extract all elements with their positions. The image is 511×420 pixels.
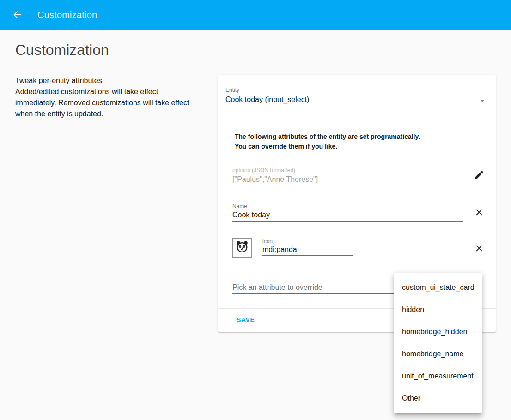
attributes-note-line-1: The following attributes of the entity a…	[235, 132, 420, 142]
intro-line-2: Added/edited customizations will take ef…	[15, 86, 200, 120]
close-icon	[474, 243, 485, 253]
save-button[interactable]: SAVE	[231, 312, 261, 327]
attributes-note: The following attributes of the entity a…	[235, 132, 420, 151]
options-label: options (JSON formatted)	[232, 167, 295, 174]
entity-select[interactable]: Cook today (input_select)	[225, 96, 309, 104]
attribute-menu: custom_ui_state_card hidden homebridge_h…	[394, 273, 482, 413]
intro-line-1: Tweak per-entity attributes.	[15, 75, 200, 86]
entity-underline	[225, 107, 489, 107]
close-icon	[474, 207, 485, 217]
edit-options-button[interactable]	[474, 169, 485, 180]
attributes-note-line-2: You can override them if you like.	[235, 142, 420, 151]
customization-page: Customization Customization Tweak per-en…	[0, 0, 511, 420]
icon-label: icon	[262, 238, 273, 245]
menu-item-unit-of-measurement[interactable]: unit_of_measurement	[394, 365, 482, 387]
remove-icon-button[interactable]	[474, 243, 485, 254]
name-input[interactable]	[232, 209, 463, 222]
intro-text: Tweak per-entity attributes. Added/edite…	[15, 75, 200, 120]
chevron-down-icon	[480, 100, 485, 102]
app-bar: Customization	[0, 0, 511, 30]
options-input	[232, 173, 463, 186]
menu-item-hidden[interactable]: hidden	[394, 299, 482, 321]
back-button[interactable]	[12, 9, 23, 20]
entity-label: Entity	[225, 87, 239, 93]
menu-item-homebridge-name[interactable]: homebridge_name	[394, 343, 482, 365]
arrow-left-icon	[12, 9, 23, 20]
app-bar-title: Customization	[37, 0, 97, 30]
name-label: Name	[232, 203, 247, 210]
menu-item-homebridge-hidden[interactable]: homebridge_hidden	[394, 321, 482, 343]
page-title: Customization	[15, 42, 109, 59]
pencil-icon	[474, 169, 485, 180]
menu-item-other[interactable]: Other	[394, 387, 482, 409]
panda-icon	[235, 240, 249, 256]
menu-item-custom-ui-state-card[interactable]: custom_ui_state_card	[394, 276, 482, 299]
remove-name-button[interactable]	[474, 207, 485, 218]
icon-preview-box	[232, 238, 252, 258]
icon-input[interactable]	[262, 244, 353, 256]
